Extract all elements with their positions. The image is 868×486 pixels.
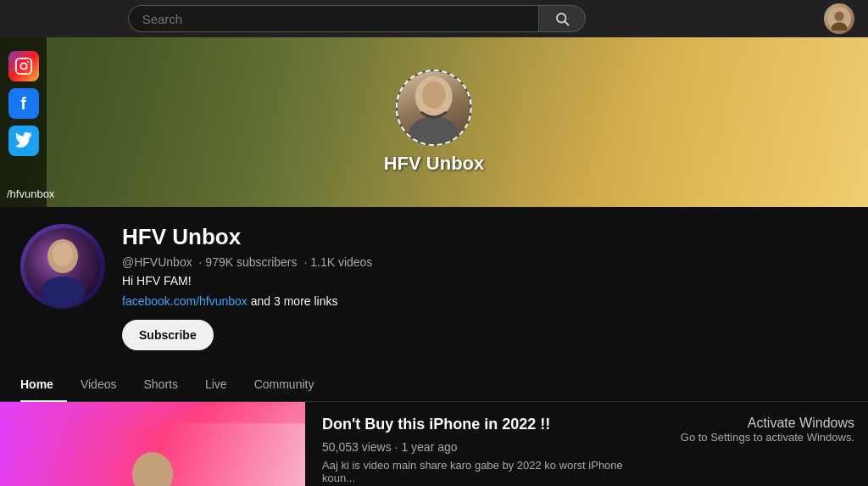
banner-channel-name: HFV Unbox	[384, 153, 485, 175]
video-title: Don't Buy this iPhone in 2022 !!	[322, 416, 650, 433]
search-button[interactable]	[538, 5, 586, 32]
channel-avatar	[20, 224, 105, 309]
subscribe-button[interactable]: Subscribe	[122, 320, 214, 350]
channel-subscribers: 979K subscribers	[205, 255, 297, 269]
banner-social-sidebar: f /hfvunbox	[0, 37, 47, 207]
svg-point-3	[834, 12, 843, 21]
video-description: Aaj ki is video main share karo gabe by …	[322, 459, 650, 484]
svg-point-10	[409, 116, 459, 144]
video-time: 1 year ago	[401, 440, 457, 454]
topbar-right	[824, 3, 854, 34]
banner-channel-info: HFV Unbox	[384, 70, 485, 175]
topbar	[0, 0, 868, 37]
channel-links: facebook.com/hfvunbox and 3 more links	[122, 294, 848, 308]
channel-handle: @HFVUnbox	[122, 255, 192, 269]
svg-point-9	[422, 81, 446, 109]
content-area: Don't Buy this iPhone in 2022 !! 50,053 …	[0, 402, 868, 486]
channel-banner: f /hfvunbox HFV Unbox	[0, 37, 868, 207]
svg-rect-5	[15, 59, 31, 74]
channel-facebook-link[interactable]: facebook.com/hfvunbox	[122, 294, 248, 308]
channel-more-links[interactable]: and 3 more links	[251, 294, 338, 308]
svg-point-0	[557, 14, 566, 23]
tab-videos[interactable]: Videos	[67, 367, 131, 401]
tab-home[interactable]: Home	[20, 367, 67, 401]
search-input-container	[128, 5, 538, 32]
channel-name: HFV Unbox	[122, 224, 848, 250]
banner-avatar-image	[398, 71, 470, 144]
search-input[interactable]	[142, 12, 525, 26]
activate-windows-notice: Activate Windows Go to Settings to activ…	[667, 402, 868, 486]
channel-section: HFV Unbox @HFVUnbox · 979K subscribers ·…	[0, 207, 868, 367]
twitter-icon[interactable]	[8, 126, 39, 156]
video-views: 50,053 views	[322, 440, 392, 454]
search-wrapper	[128, 5, 586, 32]
tabs-bar: Home Videos Shorts Live Community	[0, 367, 868, 402]
svg-line-1	[565, 22, 568, 25]
svg-point-7	[27, 61, 29, 63]
user-icon	[827, 7, 851, 31]
svg-point-14	[41, 277, 85, 307]
banner-avatar-circle	[396, 70, 472, 146]
tab-community[interactable]: Community	[241, 367, 328, 401]
avatar[interactable]	[824, 3, 854, 34]
video-meta: 50,053 views · 1 year ago	[322, 440, 650, 454]
channel-description: Hi HFV FAM!	[122, 274, 848, 288]
activate-windows-title: Activate Windows	[681, 416, 854, 431]
svg-point-6	[20, 63, 26, 69]
video-info: Don't Buy this iPhone in 2022 !! 50,053 …	[305, 402, 667, 486]
tab-shorts[interactable]: Shorts	[130, 367, 191, 401]
svg-point-13	[53, 243, 73, 266]
channel-videos: 1.1K videos	[310, 255, 372, 269]
instagram-icon[interactable]	[8, 51, 39, 81]
channel-details: HFV Unbox @HFVUnbox · 979K subscribers ·…	[122, 224, 848, 350]
tab-live[interactable]: Live	[192, 367, 241, 401]
search-icon	[554, 11, 570, 26]
activate-windows-subtitle: Go to Settings to activate Windows.	[681, 431, 854, 444]
video-thumbnail[interactable]	[0, 402, 305, 486]
channel-handle-banner: /hfvunbox	[7, 187, 54, 200]
facebook-icon[interactable]: f	[8, 88, 39, 119]
channel-meta: @HFVUnbox · 979K subscribers · 1.1K vide…	[122, 255, 848, 269]
